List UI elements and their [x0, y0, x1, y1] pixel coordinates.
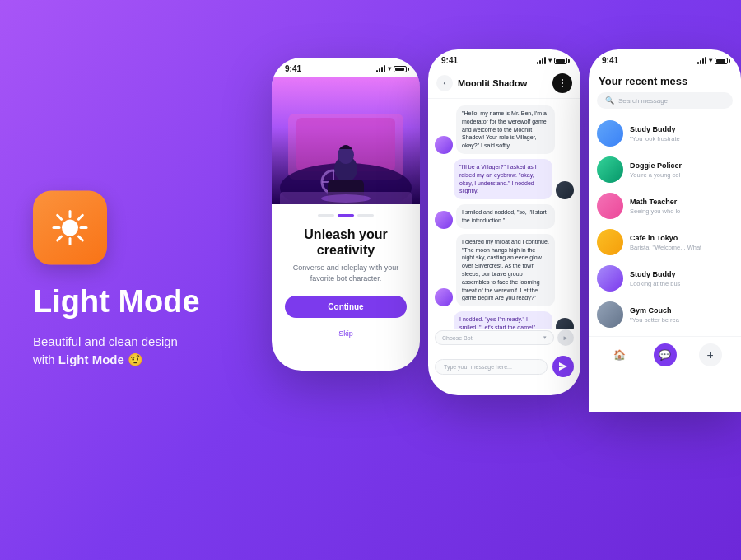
battery-icon-3 — [715, 58, 728, 64]
signal-icon-2 — [537, 57, 546, 64]
onboarding-desc: Converse and roleplay with your favorite… — [285, 263, 407, 283]
message-1: "Hello, my name is Mr. Ben, I'm a modera… — [435, 105, 574, 154]
nav-home-button[interactable]: 🏠 — [608, 343, 631, 366]
status-bar-1: 9:41 ▾ — [272, 58, 420, 77]
avatar-user — [556, 181, 574, 199]
phone-onboarding: 9:41 ▾ — [272, 58, 420, 371]
list-item[interactable]: Study Buddy "You look frustrate — [589, 115, 741, 152]
message-content-4: Cafe in Tokyo Barista: "Welcome... What — [630, 234, 733, 251]
list-item[interactable]: Cafe in Tokyo Barista: "Welcome... What — [589, 224, 741, 260]
svg-line-8 — [58, 236, 62, 240]
left-section: Light Mode Beautiful and clean design wi… — [33, 191, 200, 370]
list-item[interactable]: Doggie Policer You're a young col — [589, 152, 741, 188]
svg-point-19 — [321, 194, 370, 203]
status-bar-3: 9:41 ▾ — [589, 49, 741, 68]
send-small-button[interactable]: ► — [557, 329, 574, 346]
chat-messages: "Hello, my name is Mr. Ben, I'm a modera… — [428, 99, 580, 329]
avatar-study-buddy-1 — [597, 120, 623, 147]
status-icons-2: ▾ — [537, 57, 567, 64]
message-preview-1: "You look frustrate — [630, 135, 733, 142]
signal-icon — [376, 65, 385, 72]
app-tagline: Beautiful and clean design with Light Mo… — [33, 332, 200, 369]
search-bar[interactable]: 🔍 Search message — [597, 92, 733, 109]
message-input[interactable]: Type your message here... — [435, 359, 548, 375]
time-2: 9:41 — [441, 56, 458, 65]
message-name-5: Study Buddy — [630, 270, 733, 278]
nav-add-button[interactable]: + — [699, 343, 722, 366]
signal-icon-3 — [697, 57, 706, 64]
status-icons-1: ▾ — [376, 65, 407, 72]
message-content-1: Study Buddy "You look frustrate — [630, 125, 733, 142]
choose-bot-select[interactable]: Choose Bot ▾ — [435, 330, 554, 345]
message-content-3: Math Teacher Seeing you who lo — [630, 198, 733, 215]
svg-line-6 — [78, 236, 82, 240]
nav-chat-button[interactable]: 💬 — [654, 343, 677, 366]
car-scene-svg — [272, 110, 420, 204]
app-title: Light Mode — [33, 285, 200, 320]
avatar-bot — [435, 136, 453, 154]
message-list: Study Buddy "You look frustrate Doggie P… — [589, 115, 741, 333]
menu-dots-icon — [562, 79, 563, 87]
send-icon — [558, 362, 568, 371]
message-preview-2: You're a young col — [630, 171, 733, 179]
avatar-cafe — [597, 229, 623, 255]
wifi-icon-2: ▾ — [548, 57, 552, 64]
message-5: I nodded. "yes I'm ready." I smiled. "Le… — [435, 311, 574, 329]
time-1: 9:41 — [285, 64, 301, 73]
phones-container: 9:41 ▾ — [272, 49, 741, 412]
message-3: I smiled and nodded, "so, I'll start the… — [435, 204, 574, 229]
svg-line-5 — [58, 215, 62, 219]
bubble-2: "I'll be a Villager?" I asked as I raise… — [454, 159, 552, 199]
dot-3 — [357, 214, 374, 217]
message-name-2: Doggie Policer — [630, 161, 733, 170]
skip-button[interactable]: Skip — [285, 329, 407, 338]
chat-name: Moonlit Shadow — [458, 78, 548, 88]
message-name-6: Gym Couch — [630, 306, 733, 315]
dot-1 — [318, 214, 334, 217]
phone-1-content: Unleash your creativity Converse and rol… — [272, 204, 420, 349]
menu-button[interactable] — [552, 73, 572, 93]
avatar-math-teacher — [597, 193, 623, 219]
message-name-3: Math Teacher — [630, 198, 733, 206]
svg-point-0 — [62, 220, 78, 236]
status-icons-3: ▾ — [697, 57, 728, 64]
chat-input-bar: Type your message here... — [428, 351, 580, 382]
message-preview-4: Barista: "Welcome... What — [630, 244, 733, 251]
list-item[interactable]: Gym Couch "You better be rea — [589, 296, 741, 333]
hero-image — [272, 77, 420, 204]
progress-dots — [285, 214, 407, 217]
message-name-1: Study Buddy — [630, 125, 733, 133]
list-item[interactable]: Math Teacher Seeing you who lo — [589, 188, 741, 224]
chat-header: ‹ Moonlit Shadow — [428, 68, 580, 99]
bubble-5: I nodded. "yes I'm ready." I smiled. "Le… — [454, 311, 552, 329]
wifi-icon-3: ▾ — [709, 57, 712, 64]
send-button[interactable] — [552, 356, 574, 377]
app-icon — [33, 191, 107, 265]
messages-header: Your recent mess — [589, 68, 741, 92]
message-2: "I'll be a Villager?" I asked as I raise… — [435, 159, 574, 199]
input-placeholder: Type your message here... — [444, 364, 512, 370]
phone-chat: 9:41 ▾ ‹ Moonlit Shadow — [428, 49, 580, 395]
avatar-bot-3 — [435, 288, 453, 306]
svg-line-7 — [78, 215, 82, 219]
status-bar-2: 9:41 ▾ — [428, 49, 580, 68]
onboarding-title: Unleash your creativity — [285, 226, 407, 258]
bottom-nav: 🏠 💬 + — [589, 336, 741, 371]
bubble-3: I smiled and nodded, "so, I'll start the… — [456, 204, 555, 229]
message-preview-3: Seeing you who lo — [630, 208, 733, 215]
message-content-6: Gym Couch "You better be rea — [630, 306, 733, 324]
battery-icon — [394, 66, 407, 72]
bubble-4: I cleared my throat and I continue. "The… — [456, 234, 555, 306]
message-4: I cleared my throat and I continue. "The… — [435, 234, 574, 306]
avatar-study-buddy-2 — [597, 265, 623, 292]
back-button[interactable]: ‹ — [436, 75, 453, 91]
message-name-4: Cafe in Tokyo — [630, 234, 733, 242]
message-content-5: Study Buddy Looking at the bus — [630, 270, 733, 287]
message-preview-6: "You better be rea — [630, 316, 733, 324]
dot-2-active — [338, 214, 354, 217]
search-placeholder: Search message — [618, 97, 668, 105]
sun-icon — [50, 208, 90, 248]
search-icon: 🔍 — [605, 96, 614, 105]
list-item[interactable]: Study Buddy Looking at the bus — [589, 260, 741, 296]
continue-button[interactable]: Continue — [285, 296, 407, 318]
